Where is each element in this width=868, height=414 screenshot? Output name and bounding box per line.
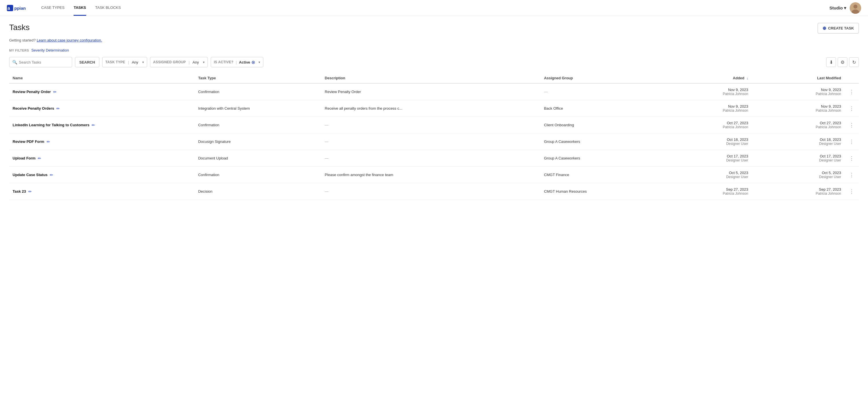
task-description-cell: Receive all penalty orders from the proc… [321, 100, 540, 117]
learn-link[interactable]: Learn about case journey configuration. [37, 38, 102, 42]
edit-task-icon[interactable]: ✏ [38, 156, 41, 161]
task-actions-cell: ⋮ [844, 150, 859, 167]
task-row-menu-icon[interactable]: ⋮ [848, 139, 856, 145]
task-name-cell: Task 23 ✏ [9, 183, 195, 200]
task-description-cell: — [321, 133, 540, 150]
table-row: Review Penalty Order ✏ Confirmation Revi… [9, 83, 859, 100]
col-header-added[interactable]: Added ↓ [659, 73, 751, 83]
task-type-cell: Confirmation [195, 83, 321, 100]
task-name-cell: Upload Form ✏ [9, 150, 195, 167]
task-added-cell: Nov 9, 2023 Patricia Johnson [659, 100, 751, 117]
nav-links: CASE TYPES TASKS TASK BLOCKS [41, 0, 829, 16]
task-added-cell: Sep 27, 2023 Patricia Johnson [659, 183, 751, 200]
task-added-user: Designer User [662, 142, 748, 146]
task-type-cell: Document Upload [195, 150, 321, 167]
nav-task-blocks[interactable]: TASK BLOCKS [95, 0, 121, 16]
logo[interactable]: a ppian [7, 4, 30, 12]
plus-icon: ⊕ [823, 26, 826, 31]
search-button[interactable]: SEARCH [75, 57, 99, 67]
task-name-cell: Receive Penalty Orders ✏ [9, 100, 195, 117]
edit-task-icon[interactable]: ✏ [28, 189, 32, 194]
tasks-table: Name Task Type Description Assigned Grou… [9, 73, 859, 200]
search-input[interactable] [19, 60, 65, 64]
task-row-menu-icon[interactable]: ⋮ [848, 106, 856, 112]
navbar: a ppian CASE TYPES TASKS TASK BLOCKS Stu… [0, 0, 868, 16]
task-description-cell: — [321, 183, 540, 200]
task-added-cell: Oct 27, 2023 Patricia Johnson [659, 117, 751, 133]
col-header-assignedgroup: Assigned Group [540, 73, 659, 83]
svg-point-4 [854, 5, 858, 8]
svg-text:a: a [7, 6, 10, 10]
is-active-chevron-icon: ▾ [258, 60, 260, 64]
nav-case-types[interactable]: CASE TYPES [41, 0, 64, 16]
sort-added-icon: ↓ [747, 76, 748, 80]
task-row-menu-icon[interactable]: ⋮ [848, 89, 856, 95]
task-added-user: Designer User [662, 158, 748, 162]
task-modified-user: Designer User [755, 175, 841, 179]
task-row-menu-icon[interactable]: ⋮ [848, 189, 856, 194]
task-row-menu-icon[interactable]: ⋮ [848, 156, 856, 161]
task-name-cell: Review Penalty Order ✏ [9, 83, 195, 100]
search-bar-row: 🔍 SEARCH TASK TYPE | Any ▾ ASSIGNED GROU… [9, 57, 859, 67]
assigned-group-chevron-icon: ▾ [203, 60, 205, 64]
task-actions-cell: ⋮ [844, 117, 859, 133]
task-type-chevron-icon: ▾ [142, 60, 144, 64]
is-active-dropdown[interactable]: IS ACTIVE? | Active ⊗ ▾ [211, 57, 264, 67]
task-assignedgroup-cell: Group A Caseworkers [540, 133, 659, 150]
assigned-group-dropdown[interactable]: ASSIGNED GROUP | Any ▾ [150, 57, 208, 67]
task-assignedgroup-cell: — [540, 83, 659, 100]
task-added-user: Patricia Johnson [662, 108, 748, 113]
edit-task-icon[interactable]: ✏ [92, 123, 95, 127]
task-modified-date: Oct 5, 2023 [755, 171, 841, 175]
task-added-date: Sep 27, 2023 [662, 187, 748, 192]
task-added-cell: Oct 18, 2023 Designer User [659, 133, 751, 150]
user-avatar[interactable] [850, 2, 861, 14]
task-modified-user: Patricia Johnson [755, 192, 841, 196]
active-filter-chip[interactable]: Severity Determination [31, 48, 69, 53]
task-row-menu-icon[interactable]: ⋮ [848, 172, 856, 178]
task-type-dropdown[interactable]: TASK TYPE | Any ▾ [102, 57, 147, 67]
task-assignedgroup-cell: Back Office [540, 100, 659, 117]
download-icon[interactable]: ⬇ [826, 57, 836, 67]
studio-dropdown[interactable]: Studio ▾ [829, 5, 846, 10]
task-actions-cell: ⋮ [844, 183, 859, 200]
task-added-user: Patricia Johnson [662, 125, 748, 129]
col-header-modified: Last Modified [751, 73, 844, 83]
task-type-cell: Docusign Signature [195, 133, 321, 150]
task-type-cell: Integration with Central System [195, 100, 321, 117]
create-task-button[interactable]: ⊕ CREATE TASK [817, 23, 859, 33]
col-header-actions [844, 73, 859, 83]
task-assignedgroup-cell: Client Onboarding [540, 117, 659, 133]
task-description-cell: — [321, 150, 540, 167]
task-modified-user: Designer User [755, 142, 841, 146]
task-modified-cell: Oct 17, 2023 Designer User [751, 150, 844, 167]
task-modified-date: Oct 17, 2023 [755, 154, 841, 158]
task-modified-cell: Sep 27, 2023 Patricia Johnson [751, 183, 844, 200]
task-added-cell: Oct 5, 2023 Designer User [659, 167, 751, 183]
edit-task-icon[interactable]: ✏ [50, 173, 53, 177]
table-row: Upload Form ✏ Document Upload — Group A … [9, 150, 859, 167]
task-type-cell: Confirmation [195, 167, 321, 183]
edit-task-icon[interactable]: ✏ [53, 90, 57, 94]
col-header-description: Description [321, 73, 540, 83]
task-added-date: Oct 5, 2023 [662, 171, 748, 175]
task-actions-cell: ⋮ [844, 167, 859, 183]
task-modified-cell: Oct 5, 2023 Designer User [751, 167, 844, 183]
task-added-date: Oct 17, 2023 [662, 154, 748, 158]
edit-task-icon[interactable]: ✏ [56, 106, 60, 111]
page-title: Tasks [9, 23, 30, 32]
table-body: Review Penalty Order ✏ Confirmation Revi… [9, 83, 859, 200]
task-added-user: Designer User [662, 175, 748, 179]
task-added-cell: Nov 9, 2023 Patricia Johnson [659, 83, 751, 100]
table-row: LinkedIn Learning for Talking to Custome… [9, 117, 859, 133]
task-row-menu-icon[interactable]: ⋮ [848, 122, 856, 128]
filter-icon[interactable]: ⚙ [838, 57, 847, 67]
refresh-icon[interactable]: ↻ [849, 57, 859, 67]
task-modified-user: Patricia Johnson [755, 108, 841, 113]
clear-active-filter-icon[interactable]: ⊗ [251, 60, 255, 65]
nav-tasks[interactable]: TASKS [73, 0, 86, 16]
task-description-cell: — [321, 117, 540, 133]
task-name-cell: LinkedIn Learning for Talking to Custome… [9, 117, 195, 133]
edit-task-icon[interactable]: ✏ [46, 139, 50, 144]
task-added-date: Nov 9, 2023 [662, 88, 748, 92]
